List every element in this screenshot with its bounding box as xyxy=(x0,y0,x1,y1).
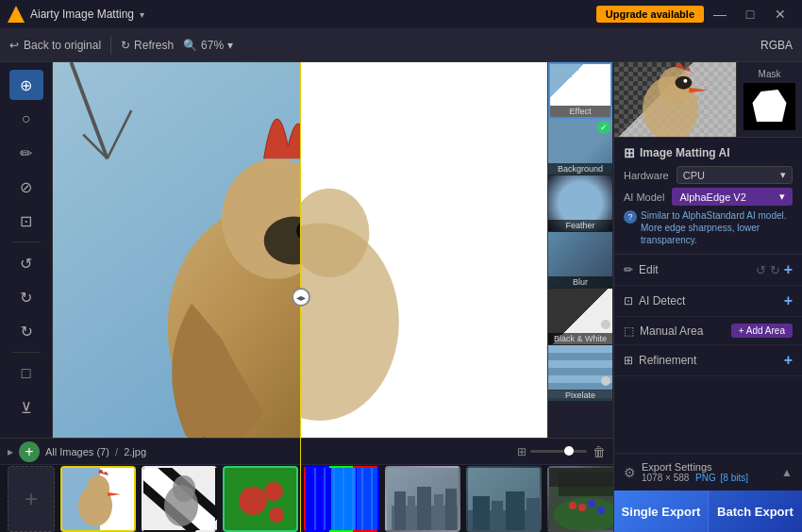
svg-point-19 xyxy=(676,76,693,90)
close-button[interactable]: ✕ xyxy=(766,5,794,24)
refresh-label: Refresh xyxy=(134,39,174,52)
tool-view[interactable]: □ xyxy=(9,358,43,389)
color-mode-label[interactable]: RGBA xyxy=(760,39,793,52)
effect-dot-pixelate xyxy=(601,376,610,386)
svg-point-24 xyxy=(87,475,109,502)
edit-redo-icon[interactable]: ↻ xyxy=(770,263,780,277)
export-gear-icon[interactable]: ⚙ xyxy=(624,465,636,480)
tool-redo[interactable]: ↻ xyxy=(9,282,43,312)
svg-rect-55 xyxy=(492,501,503,532)
ai-detect-row[interactable]: ⊡ AI Detect + xyxy=(614,286,802,317)
tool-undo[interactable]: ↺ xyxy=(9,248,43,278)
hardware-select[interactable]: CPU ▾ xyxy=(677,166,793,184)
effect-thumb-pixelate[interactable]: Pixelate xyxy=(548,345,612,402)
filmstrip-info: All Images (7) / 2.jpg xyxy=(45,446,146,457)
tool-select[interactable]: ⊕ xyxy=(9,70,43,100)
filmstrip-zoom-slider[interactable] xyxy=(530,450,587,453)
effect-thumb-bw[interactable]: Black & White xyxy=(548,289,612,345)
refinement-icon: ⊞ xyxy=(624,354,633,367)
ai-model-value: AlphaEdge V2 xyxy=(679,191,745,203)
manual-area-icon: ⬚ xyxy=(624,324,634,338)
tool-reset[interactable]: ↺ xyxy=(9,316,43,346)
svg-rect-49 xyxy=(417,487,431,532)
single-export-button[interactable]: Single Export xyxy=(614,490,708,532)
back-to-original-button[interactable]: ↩ Back to original xyxy=(9,39,101,52)
batch-export-button[interactable]: Batch Export xyxy=(708,490,802,532)
zoom-icon: 🔍 xyxy=(183,39,197,52)
ai-model-label: AI Model xyxy=(624,191,664,203)
zoom-value: 67% xyxy=(201,39,224,52)
edit-label: Edit xyxy=(639,263,659,276)
right-panel: Mask ⊞ Image Matting AI Hardware CPU ▾ A… xyxy=(613,62,802,532)
filmstrip-thumb-1[interactable] xyxy=(60,466,136,532)
effect-thumb-blur[interactable]: Blur xyxy=(548,232,612,289)
tool-more[interactable]: ⊻ xyxy=(9,392,43,423)
edit-add-icon[interactable]: + xyxy=(784,261,793,278)
svg-point-60 xyxy=(569,502,576,509)
svg-point-61 xyxy=(588,500,595,507)
edit-undo-icon[interactable]: ↺ xyxy=(756,263,766,277)
effect-label-blur: Blur xyxy=(548,276,612,288)
thumb-3-svg xyxy=(225,468,298,532)
filmstrip-add-big-button[interactable]: + xyxy=(8,466,55,532)
filmstrip-thumb-6[interactable] xyxy=(466,466,542,532)
tool-eraser[interactable]: ○ xyxy=(9,104,43,134)
export-settings-title: Export Settings xyxy=(642,461,748,473)
filmstrip-thumb-3[interactable] xyxy=(223,466,298,532)
edit-row[interactable]: ✏ Edit ↺ ↻ + xyxy=(614,255,802,286)
matting-ai-label: Image Matting AI xyxy=(640,146,730,159)
canvas-split-line: ◂▸ xyxy=(300,62,301,532)
ai-info: ? Similar to AlphaStandard AI model. Mor… xyxy=(624,209,793,246)
export-settings-row: ⚙ Export Settings 1078 × 588 PNG [8 bits… xyxy=(614,453,802,490)
ai-info-icon: ? xyxy=(624,210,637,224)
app-title: Aiarty Image Matting xyxy=(30,8,134,21)
export-expand-icon[interactable]: ▲ xyxy=(781,466,793,479)
refinement-left: ⊞ Refinement xyxy=(624,354,696,367)
effect-thumb-background[interactable]: ✓ Background xyxy=(548,119,612,175)
filmstrip-thumb-2[interactable] xyxy=(142,466,217,532)
filmstrip-add-button[interactable]: + xyxy=(19,441,40,462)
title-bar-left: Aiarty Image Matting ▾ xyxy=(8,6,144,23)
tool-paint[interactable]: ⊘ xyxy=(9,172,43,202)
maximize-button[interactable]: □ xyxy=(736,5,764,24)
ai-model-row: AI Model AlphaEdge V2 ▾ xyxy=(624,188,793,206)
zoom-control[interactable]: 🔍 67% ▾ xyxy=(183,39,233,52)
svg-point-32 xyxy=(264,482,283,501)
effect-thumb-effect[interactable]: Effect xyxy=(548,62,612,119)
svg-rect-51 xyxy=(445,489,457,532)
svg-rect-50 xyxy=(434,494,443,532)
refresh-button[interactable]: ↻ Refresh xyxy=(121,39,174,52)
filmstrip-thumb-4[interactable] xyxy=(304,466,379,532)
thumb-5-svg xyxy=(387,468,460,532)
filmstrip-expand-icon[interactable]: ▸ xyxy=(8,445,13,458)
svg-rect-54 xyxy=(473,496,490,532)
refinement-add-icon[interactable]: + xyxy=(784,352,793,369)
add-area-button[interactable]: + Add Area xyxy=(731,324,793,338)
export-bits: [8 bits] xyxy=(721,473,748,483)
refinement-row[interactable]: ⊞ Refinement + xyxy=(614,345,802,376)
filmstrip-thumb-5[interactable] xyxy=(385,466,460,532)
export-buttons: Single Export Batch Export xyxy=(614,490,802,532)
effect-thumb-feather[interactable]: Feather xyxy=(548,175,612,232)
filmstrip-thumb-7[interactable] xyxy=(547,466,613,532)
effect-label-pixelate: Pixelate xyxy=(548,390,612,401)
ai-detect-label: AI Detect xyxy=(639,294,685,308)
effect-label-feather: Feather xyxy=(548,220,612,231)
tool-stamp[interactable]: ⊡ xyxy=(9,206,43,236)
ai-model-select[interactable]: AlphaEdge V2 ▾ xyxy=(672,188,793,206)
tool-pen[interactable]: ✏ xyxy=(9,138,43,168)
upgrade-button[interactable]: Upgrade available xyxy=(596,6,704,23)
ai-detect-add-icon[interactable]: + xyxy=(784,292,793,309)
preview-rgba xyxy=(614,62,736,137)
svg-rect-37 xyxy=(357,468,379,532)
svg-rect-65 xyxy=(549,468,613,487)
split-handle[interactable]: ◂▸ xyxy=(292,288,310,307)
manual-area-row[interactable]: ⬚ Manual Area + Add Area xyxy=(614,317,802,345)
filmstrip-zoom-icon: ⊞ xyxy=(517,445,526,458)
mask-bird-silhouette xyxy=(748,88,791,125)
app-dropdown-icon[interactable]: ▾ xyxy=(140,9,144,20)
svg-point-31 xyxy=(239,487,267,515)
filmstrip-delete-button[interactable]: 🗑 xyxy=(593,444,606,459)
export-dimensions: 1078 × 588 xyxy=(642,473,689,483)
minimize-button[interactable]: — xyxy=(706,5,734,24)
